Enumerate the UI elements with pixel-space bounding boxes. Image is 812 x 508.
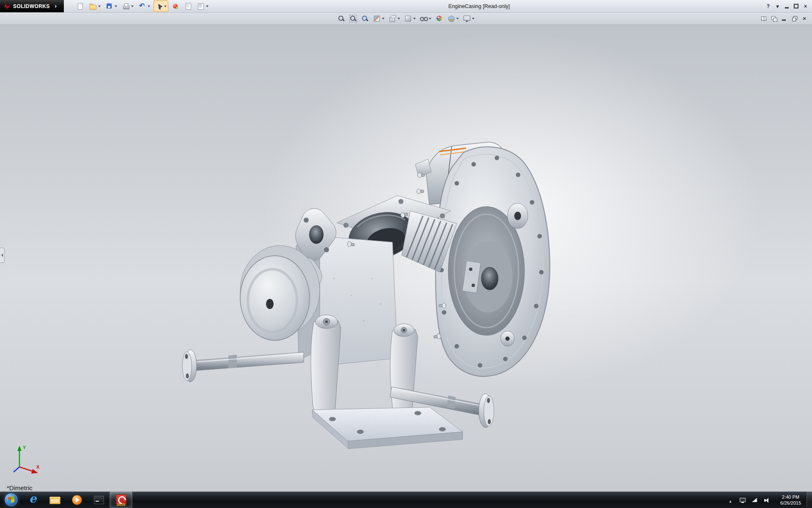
document-title: EngineCasing [Read-only]	[448, 3, 510, 9]
orientation-triad: Y X	[8, 442, 44, 477]
heads-up-view-toolbar	[337, 13, 475, 24]
new-window-button[interactable]	[771, 14, 777, 23]
file-properties-button[interactable]	[183, 0, 194, 12]
clock[interactable]: 2:40 PM 6/26/2015	[775, 494, 806, 506]
tray-volume-button[interactable]	[763, 496, 771, 504]
doc-minimize-icon	[781, 15, 787, 22]
tray-display-icon	[739, 497, 746, 503]
dropdown-caret-icon[interactable]	[472, 18, 475, 19]
internet-explorer-button[interactable]	[22, 492, 44, 508]
zoom-to-area-icon	[349, 15, 357, 22]
new-document-icon	[77, 3, 84, 10]
command-prompt-icon	[94, 496, 104, 504]
dropdown-caret-icon[interactable]	[429, 18, 431, 19]
save-icon	[106, 3, 113, 10]
minimize-icon	[784, 3, 790, 9]
rebuild-icon	[172, 3, 179, 10]
zoom-to-area-button[interactable]	[348, 13, 358, 24]
print-button[interactable]	[121, 0, 135, 12]
doc-restore-button[interactable]	[791, 14, 798, 23]
edit-appearance-icon	[436, 15, 443, 22]
media-player-button[interactable]	[66, 492, 88, 508]
heads-up-toolbar-row: ×	[0, 12, 812, 25]
help-caret-icon: ▾	[774, 3, 781, 9]
tray-network-button[interactable]	[751, 496, 759, 504]
triad-y-label: Y	[23, 445, 26, 450]
options-button[interactable]	[195, 0, 210, 12]
taskbar-items: 2015	[0, 491, 132, 508]
dropdown-caret-icon[interactable]	[115, 6, 117, 7]
feature-tree-collapse-tab[interactable]	[0, 248, 5, 263]
section-view-icon	[373, 15, 381, 22]
title-bar[interactable]: SOLIDWORKS	[0, 0, 812, 13]
dropdown-caret-icon[interactable]	[456, 18, 459, 19]
dropdown-caret-icon[interactable]	[382, 18, 384, 19]
help-button[interactable]: ?	[765, 2, 771, 11]
command-prompt-button[interactable]	[88, 492, 110, 508]
edit-appearance-button[interactable]	[435, 13, 444, 24]
dropdown-caret-icon[interactable]	[413, 18, 416, 19]
print-icon	[122, 3, 130, 10]
file-properties-icon	[184, 3, 192, 10]
new-window-icon	[771, 15, 777, 22]
triad-x-label: X	[36, 464, 40, 469]
hide-show-icon	[420, 15, 428, 22]
doc-minimize-button[interactable]	[781, 14, 787, 23]
show-hidden-icons-icon: ▲	[727, 497, 734, 503]
dropdown-caret-icon[interactable]	[164, 6, 167, 7]
maximize-icon	[793, 3, 799, 9]
previous-view-icon	[361, 15, 369, 22]
save-button[interactable]	[104, 0, 119, 12]
options-icon	[197, 3, 205, 10]
display-style-button[interactable]	[403, 13, 417, 24]
dassault-systemes-logo-icon	[3, 3, 11, 10]
doc-close-icon: ×	[801, 15, 808, 22]
help-caret-button[interactable]: ▾	[774, 2, 781, 11]
close-icon: ×	[802, 3, 809, 9]
tray-display-button[interactable]	[739, 496, 746, 504]
minimize-button[interactable]	[784, 2, 790, 11]
solidworks-2015-button[interactable]: 2015	[110, 492, 132, 508]
view-settings-button[interactable]	[462, 13, 475, 24]
file-explorer-icon	[49, 495, 60, 504]
split-window-button[interactable]	[760, 14, 767, 23]
tray-icons: ▲	[722, 496, 775, 504]
dropdown-caret-icon[interactable]	[148, 6, 150, 7]
open-folder-button[interactable]	[88, 0, 102, 12]
collapse-arrow-icon	[1, 254, 3, 257]
rebuild-button[interactable]	[170, 0, 181, 12]
dropdown-caret-icon[interactable]	[398, 18, 400, 19]
file-explorer-button[interactable]	[44, 492, 66, 508]
section-view-button[interactable]	[372, 13, 385, 24]
undo-icon	[139, 3, 146, 10]
hide-show-button[interactable]	[419, 13, 432, 24]
tray-network-icon	[752, 497, 758, 503]
dropdown-caret-icon[interactable]	[131, 6, 134, 7]
dropdown-caret-icon[interactable]	[98, 6, 101, 7]
engine-casing-model	[0, 25, 812, 491]
solidworks-menu-button[interactable]: SOLIDWORKS	[0, 0, 64, 12]
brand-text: SOLIDWORKS	[13, 3, 50, 9]
menu-expand-icon[interactable]	[55, 5, 57, 8]
start-orb-button[interactable]	[0, 492, 22, 508]
split-window-icon	[760, 15, 767, 22]
view-orientation-button[interactable]	[388, 13, 401, 24]
maximize-button[interactable]	[793, 2, 799, 11]
show-hidden-icons-button[interactable]: ▲	[727, 496, 734, 504]
doc-close-button[interactable]: ×	[801, 14, 808, 23]
zoom-to-fit-button[interactable]	[337, 13, 346, 24]
help-icon: ?	[765, 3, 771, 9]
dropdown-caret-icon[interactable]	[206, 6, 208, 7]
undo-button[interactable]	[137, 0, 152, 12]
previous-view-button[interactable]	[360, 13, 370, 24]
graphics-area[interactable]: Y X *Dimetric	[0, 25, 812, 491]
close-button[interactable]: ×	[802, 2, 809, 11]
select-cursor-button[interactable]	[154, 0, 168, 12]
tray-volume-icon	[764, 497, 771, 503]
system-tray: ▲ 2:40 PM 6/26/2015	[722, 491, 812, 508]
zoom-to-fit-icon	[337, 15, 345, 22]
show-desktop-button[interactable]	[806, 491, 812, 508]
apply-scene-button[interactable]	[447, 13, 460, 24]
open-folder-icon	[89, 3, 97, 10]
new-document-button[interactable]	[75, 0, 86, 12]
